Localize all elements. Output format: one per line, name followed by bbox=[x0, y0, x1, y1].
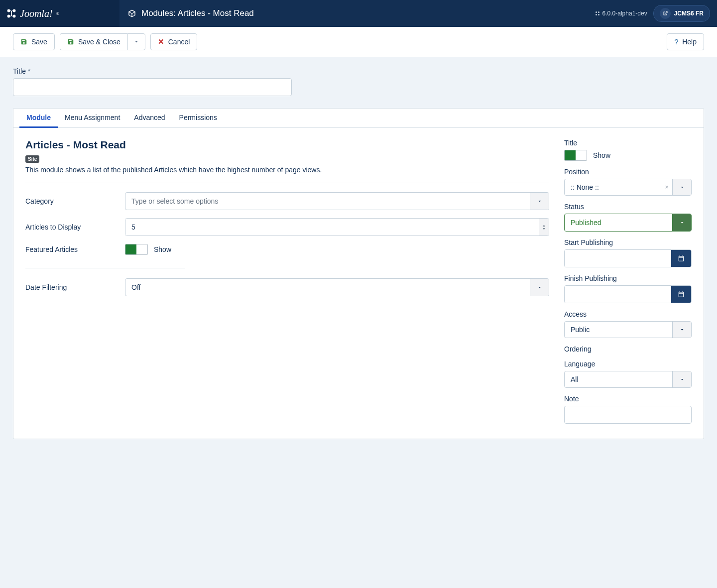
page-body: Title * Module Menu Assignment Advanced … bbox=[0, 57, 717, 452]
cancel-label: Cancel bbox=[168, 38, 190, 46]
status-label: Status bbox=[564, 203, 692, 211]
tab-advanced[interactable]: Advanced bbox=[127, 109, 172, 127]
finish-publishing-input[interactable] bbox=[564, 285, 692, 303]
language-value: All bbox=[565, 371, 672, 387]
position-value: :: None :: bbox=[565, 179, 661, 195]
save-icon bbox=[67, 38, 74, 45]
title-toggle[interactable] bbox=[564, 150, 587, 161]
site-link[interactable]: JCMS6 FR bbox=[653, 5, 710, 22]
date-filter-caret bbox=[530, 279, 549, 296]
topbar-right: 6.0.0-alpha1-dev JCMS6 FR bbox=[595, 5, 717, 22]
brand-area[interactable]: Joomla!® bbox=[0, 0, 120, 27]
start-publishing-field[interactable] bbox=[565, 250, 671, 267]
chevron-down-icon bbox=[537, 284, 543, 290]
joomla-icon bbox=[6, 8, 17, 19]
access-select[interactable]: Public bbox=[564, 321, 692, 338]
articles-display-input[interactable]: ▲▼ bbox=[125, 218, 549, 236]
articles-row: Articles to Display ▲▼ bbox=[25, 218, 549, 236]
svg-point-6 bbox=[596, 14, 597, 15]
site-name: JCMS6 FR bbox=[674, 10, 704, 17]
start-publishing-label: Start Publishing bbox=[564, 238, 692, 246]
save-close-button[interactable]: Save & Close bbox=[60, 33, 127, 50]
position-select[interactable]: :: None :: × bbox=[564, 179, 692, 196]
start-publishing-input[interactable] bbox=[564, 249, 692, 267]
joomla-small-icon bbox=[595, 10, 600, 16]
svg-point-2 bbox=[7, 15, 10, 18]
chevron-down-icon bbox=[679, 376, 685, 382]
tab-module[interactable]: Module bbox=[19, 109, 58, 128]
registered-mark: ® bbox=[56, 11, 60, 16]
category-select[interactable]: Type or select some options bbox=[125, 192, 549, 210]
divider bbox=[25, 183, 549, 183]
save-close-label: Save & Close bbox=[78, 38, 120, 46]
box-icon bbox=[127, 9, 136, 18]
status-caret bbox=[672, 214, 691, 231]
access-caret bbox=[672, 322, 691, 338]
svg-point-3 bbox=[13, 15, 16, 18]
chevron-down-icon bbox=[679, 327, 685, 333]
brand-text: Joomla! bbox=[20, 8, 53, 19]
featured-label: Featured Articles bbox=[25, 245, 125, 253]
module-heading: Articles - Most Read bbox=[25, 139, 549, 151]
external-link-icon bbox=[662, 10, 668, 16]
side-column: Title Show Position :: None :: × Status … bbox=[564, 139, 692, 424]
help-button[interactable]: ? Help bbox=[667, 33, 704, 50]
svg-point-5 bbox=[598, 11, 599, 13]
note-label: Note bbox=[564, 395, 692, 403]
note-input[interactable] bbox=[564, 406, 692, 424]
help-icon: ? bbox=[674, 38, 678, 46]
top-bar: Joomla!® Modules: Articles - Most Read 6… bbox=[0, 0, 717, 27]
module-description: This module shows a list of the publishe… bbox=[25, 166, 549, 174]
card-body: Articles - Most Read Site This module sh… bbox=[13, 128, 704, 439]
svg-point-7 bbox=[598, 14, 599, 15]
category-caret bbox=[530, 193, 549, 210]
svg-point-1 bbox=[13, 9, 16, 12]
number-spinner[interactable]: ▲▼ bbox=[539, 219, 549, 235]
save-button[interactable]: Save bbox=[13, 33, 55, 50]
featured-toggle-text: Show bbox=[154, 245, 171, 253]
status-select[interactable]: Published bbox=[564, 214, 692, 232]
version-indicator[interactable]: 6.0.0-alpha1-dev bbox=[595, 10, 647, 17]
tabs: Module Menu Assignment Advanced Permissi… bbox=[13, 109, 704, 128]
featured-toggle[interactable] bbox=[125, 244, 148, 255]
short-divider bbox=[25, 268, 185, 268]
title-label: Title * bbox=[13, 67, 704, 75]
category-label: Category bbox=[25, 197, 125, 205]
chevron-down-icon bbox=[679, 184, 685, 190]
access-value: Public bbox=[565, 322, 672, 338]
language-label: Language bbox=[564, 360, 692, 368]
chevron-down-icon bbox=[537, 198, 543, 204]
main-column: Articles - Most Read Site This module sh… bbox=[25, 139, 549, 424]
tab-menu-assignment[interactable]: Menu Assignment bbox=[58, 109, 127, 127]
cancel-button[interactable]: ✕ Cancel bbox=[150, 33, 198, 50]
tab-permissions[interactable]: Permissions bbox=[172, 109, 224, 127]
chevron-down-icon bbox=[679, 220, 685, 226]
ordering-label: Ordering bbox=[564, 345, 692, 353]
side-title-label: Title bbox=[564, 139, 692, 147]
title-input[interactable] bbox=[13, 78, 292, 96]
page-title: Modules: Articles - Most Read bbox=[141, 8, 254, 18]
save-close-dropdown[interactable] bbox=[127, 33, 145, 50]
date-filter-label: Date Filtering bbox=[25, 283, 125, 291]
status-value: Published bbox=[565, 214, 672, 231]
position-clear[interactable]: × bbox=[661, 179, 672, 195]
start-publishing-calendar-button[interactable] bbox=[671, 250, 691, 267]
category-row: Category Type or select some options bbox=[25, 192, 549, 210]
category-placeholder: Type or select some options bbox=[125, 193, 530, 210]
finish-publishing-calendar-button[interactable] bbox=[671, 286, 691, 303]
svg-point-0 bbox=[7, 9, 10, 12]
close-icon: ✕ bbox=[158, 37, 164, 46]
page-header: Modules: Articles - Most Read bbox=[120, 8, 595, 18]
language-select[interactable]: All bbox=[564, 371, 692, 388]
action-toolbar: Save Save & Close ✕ Cancel ? Help bbox=[0, 27, 717, 57]
save-label: Save bbox=[31, 38, 47, 46]
module-card: Module Menu Assignment Advanced Permissi… bbox=[13, 108, 704, 439]
featured-row: Featured Articles Show bbox=[25, 244, 549, 255]
version-text: 6.0.0-alpha1-dev bbox=[602, 10, 647, 17]
finish-publishing-field[interactable] bbox=[565, 286, 671, 303]
position-caret bbox=[672, 179, 691, 195]
date-filter-select[interactable]: Off bbox=[125, 278, 549, 296]
calendar-icon bbox=[678, 255, 685, 262]
save-close-group: Save & Close bbox=[60, 33, 145, 50]
articles-number-field[interactable] bbox=[125, 219, 539, 235]
